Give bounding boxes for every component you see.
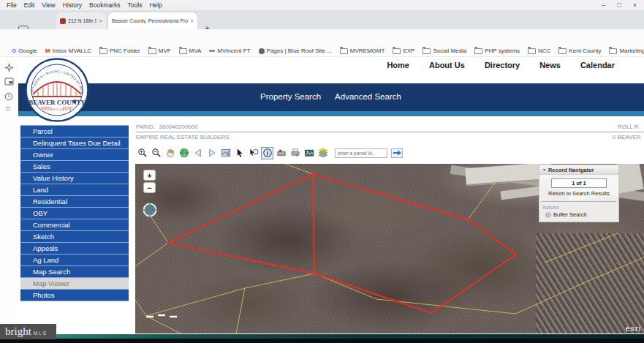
map-zoom-out-button[interactable]: − <box>143 182 156 193</box>
menu-item-map-viewer-selected[interactable]: Map Viewer <box>20 278 129 290</box>
nav-calendar[interactable]: Calendar <box>580 61 615 69</box>
scale-bar <box>146 315 177 317</box>
folder-icon <box>148 48 156 54</box>
bookmark-site[interactable]: Pages | Blue Roof Site ... <box>259 48 332 54</box>
property-search-link[interactable]: Property Search <box>260 92 321 101</box>
property-address: 0 BEAVER <box>613 134 641 140</box>
bookmark-folder[interactable]: NCC <box>528 48 550 54</box>
bookmark-folder[interactable]: Social Media <box>423 48 466 54</box>
tab-favicon <box>60 18 66 24</box>
menu-bookmarks[interactable]: Bookmarks <box>86 1 124 9</box>
menu-item-ag-land[interactable]: Ag Land <box>20 255 129 266</box>
beaver-county-seal-logo: DIVIDED BY RIVERS • UNITED BY PEOPLE BEA… <box>23 58 91 122</box>
sparkle-icon[interactable] <box>4 63 14 72</box>
menu-item-map-search[interactable]: Map Search <box>20 266 129 278</box>
collapse-icon[interactable]: ▼ <box>542 167 546 172</box>
actions-label: Actions <box>542 205 618 210</box>
folder-icon <box>558 48 567 54</box>
tab-close-icon[interactable]: × <box>99 18 102 24</box>
nav-news[interactable]: News <box>539 61 561 69</box>
nav-home[interactable]: Home <box>387 61 409 69</box>
menu-item-appeals[interactable]: Appeals <box>20 243 129 255</box>
svg-text:BEAVER COUNTY: BEAVER COUNTY <box>29 99 86 106</box>
picture-in-picture-icon[interactable] <box>4 78 14 86</box>
favorites-star-icon[interactable]: ☆ <box>4 104 12 113</box>
folder-icon <box>99 48 107 54</box>
menu-item-parcel[interactable]: Parcel <box>20 126 129 137</box>
tab-212-n-18th[interactable]: 212 N 18th St For Sale, Louisvil × <box>56 12 106 29</box>
menu-history[interactable]: History <box>59 1 86 9</box>
bookmark-google[interactable]: GGoogle <box>12 48 37 54</box>
menu-view[interactable]: View <box>38 1 58 9</box>
map-zoom-in-button[interactable]: + <box>143 170 156 181</box>
return-to-search-results-link[interactable]: Return to Search Results <box>539 190 618 197</box>
tab-beaver-county-active[interactable]: Beaver County, Pennsylvania Prope × <box>108 12 197 29</box>
menu-item-residential[interactable]: Residential <box>20 196 129 208</box>
buffer-search-link[interactable]: Buffer Search <box>545 211 618 218</box>
tab-title: Beaver County, Pennsylvania Prope <box>112 18 188 23</box>
bookmark-site[interactable]: MVincent FT <box>209 48 250 54</box>
bookmark-folder[interactable]: EXP <box>393 48 414 54</box>
main-nav: Home About Us Directory News Calendar <box>387 61 615 69</box>
zoom-to-map-icon[interactable] <box>219 147 232 159</box>
history-clock-icon[interactable] <box>4 92 13 101</box>
advanced-search-link[interactable]: Advanced Search <box>335 92 401 101</box>
record-navigator-header[interactable]: ▼ Record Navigator <box>539 165 618 175</box>
bookmarks-bar: GGoogle MInbox MVALLC PNC Folder MVF MVA… <box>0 45 644 57</box>
menu-item-land[interactable]: Land <box>20 184 129 196</box>
menu-item-sales[interactable]: Sales <box>20 161 129 173</box>
tab-strip: 212 N 18th St For Sale, Louisvil × Beave… <box>0 10 644 29</box>
pointer-select-icon[interactable] <box>233 147 246 159</box>
menu-item-sketch[interactable]: Sketch <box>20 231 129 243</box>
next-extent-icon[interactable] <box>205 147 218 159</box>
bookmark-folder[interactable]: MVA <box>179 48 202 54</box>
previous-extent-icon[interactable] <box>192 147 204 159</box>
bookmark-inbox[interactable]: MInbox MVALLC <box>45 48 91 54</box>
pan-hand-tool-icon[interactable] <box>164 147 176 159</box>
identify-tool-icon-active[interactable] <box>261 147 273 159</box>
bookmark-folder[interactable]: MVF <box>148 48 171 54</box>
menu-file[interactable]: File <box>3 1 20 9</box>
menu-item-photos[interactable]: Photos <box>20 290 129 301</box>
bookmark-folder[interactable]: PHP systems <box>474 48 520 54</box>
measure-tool-icon[interactable] <box>275 147 287 159</box>
parid-line: PARID: 360040200000 <box>136 124 198 130</box>
menu-item-owner[interactable]: Owner <box>20 149 129 161</box>
maximize-button[interactable]: □ <box>617 1 621 9</box>
menu-help[interactable]: Help <box>145 1 165 9</box>
record-menu: Parcel Delinquent Taxes Due Detail Owner… <box>20 125 129 301</box>
bookmark-folder[interactable]: Kent County <box>558 48 601 54</box>
print-map-icon[interactable] <box>289 147 301 159</box>
window-controls: – □ × <box>602 0 641 10</box>
selected-parcel-outline <box>168 174 516 313</box>
map-viewport[interactable]: + − ▼ Record Navigator 1 of 1 Return to … <box>135 164 644 333</box>
full-extent-globe-icon[interactable] <box>178 147 190 159</box>
menu-edit[interactable]: Edit <box>20 1 39 9</box>
zoom-out-tool-icon[interactable] <box>150 147 162 159</box>
menu-tools[interactable]: Tools <box>124 1 146 9</box>
export-map-image-icon[interactable] <box>303 147 315 159</box>
browser-side-panel: ☆ <box>0 57 19 333</box>
zoom-in-tool-icon[interactable] <box>136 147 148 159</box>
menu-item-value-history[interactable]: Value History <box>20 173 129 184</box>
parcel-id-input[interactable] <box>335 148 387 158</box>
minimize-button[interactable]: – <box>602 1 605 9</box>
bookmark-folder[interactable]: Marketing <box>609 48 644 54</box>
locate-crosshair-icon[interactable] <box>142 202 158 218</box>
layers-icon[interactable] <box>317 147 329 159</box>
tab-close-icon[interactable]: × <box>190 18 194 24</box>
close-window-button[interactable]: × <box>633 1 637 9</box>
nav-about-us[interactable]: About Us <box>429 61 465 69</box>
bookmark-folder[interactable]: MVREMGMT <box>340 48 385 54</box>
menu-item-oby[interactable]: OBY <box>20 208 129 219</box>
bookmark-folder[interactable]: PNC Folder <box>99 48 140 54</box>
folder-icon <box>609 48 617 54</box>
menu-item-delinquent-taxes[interactable]: Delinquent Taxes Due Detail <box>20 137 129 149</box>
record-navigator-title: Record Navigator <box>548 167 594 173</box>
parcel-search-go-button[interactable] <box>391 148 403 158</box>
nav-directory[interactable]: Directory <box>485 61 520 69</box>
menu-item-commercial[interactable]: Commercial <box>20 219 129 231</box>
folder-icon <box>179 48 187 54</box>
site-icon <box>259 48 265 54</box>
select-by-circle-icon[interactable] <box>247 147 260 159</box>
